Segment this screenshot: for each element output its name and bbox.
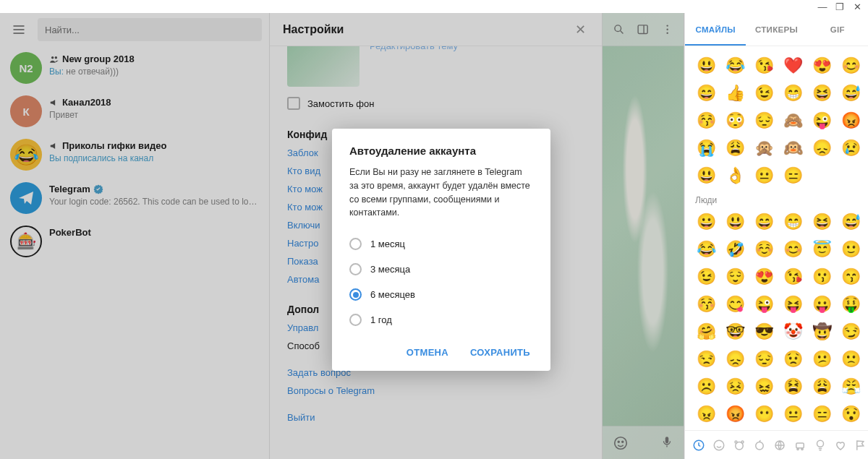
emoji[interactable]: 🙉 [780, 136, 805, 160]
emoji[interactable]: 😑 [780, 163, 805, 188]
emoji[interactable]: 😄 [752, 210, 776, 234]
emoji[interactable]: 😅 [838, 81, 863, 106]
emoji[interactable]: 😚 [694, 108, 718, 133]
close-settings-icon[interactable]: ✕ [572, 19, 589, 40]
emoji[interactable]: 😎 [752, 319, 776, 344]
emoji[interactable]: 😡 [838, 108, 863, 133]
emoji-cat-object-icon[interactable] [814, 437, 827, 453]
tile-bg-row[interactable]: Замостить фон [287, 97, 584, 110]
tile-bg-checkbox[interactable] [287, 97, 300, 110]
emoji[interactable]: 😑 [809, 402, 834, 426]
radio-option[interactable]: 3 месяца [349, 257, 533, 282]
emoji[interactable]: 👌 [723, 163, 747, 188]
emoji[interactable]: 😉 [752, 81, 776, 106]
emoji[interactable]: 😇 [809, 237, 834, 262]
faq-link[interactable]: Вопросы о Telegram [287, 385, 584, 396]
emoji[interactable]: 😝 [780, 292, 805, 317]
emoji[interactable]: ☺️ [752, 237, 776, 262]
emoji-cat-flag-icon[interactable] [854, 437, 867, 453]
radio-option[interactable]: 1 месяц [349, 231, 533, 257]
emoji[interactable]: 🙈 [780, 108, 805, 133]
emoji[interactable]: 😡 [723, 402, 747, 426]
save-button[interactable]: СОХРАНИТЬ [467, 343, 533, 362]
emoji[interactable]: 😔 [752, 347, 776, 372]
emoji[interactable]: 😠 [694, 402, 718, 426]
emoji[interactable]: ❤️ [780, 53, 805, 78]
voice-record-icon[interactable] [660, 435, 673, 451]
emoji[interactable]: 😩 [723, 136, 747, 160]
emoji[interactable]: 😄 [694, 81, 718, 106]
side-panel-icon[interactable] [637, 22, 649, 37]
emoji[interactable]: 😯 [838, 402, 863, 426]
emoji[interactable]: 😍 [752, 265, 776, 289]
emoji[interactable]: 😉 [694, 265, 718, 289]
emoji[interactable]: 😐 [752, 163, 776, 188]
radio-icon[interactable] [349, 314, 362, 326]
emoji[interactable]: 😳 [723, 108, 747, 133]
emoji-cat-recent-icon[interactable] [692, 437, 705, 453]
emoji-cat-smile-icon[interactable] [712, 437, 726, 453]
emoji-scroll[interactable]: 😃😂😘❤️😍😊😄👍😉😁😆😅😚😳😔🙈😜😡😭😩🙊🙉😞😢😃👌😐😑 Люди 😀😃😄😁😆… [685, 46, 868, 430]
emoji[interactable]: 😀 [694, 210, 718, 234]
chat-row[interactable]: N2New group 2018Вы: не отвечай))) [0, 46, 269, 90]
window-close-icon[interactable]: ✕ [852, 1, 862, 12]
emoji[interactable]: 😘 [752, 53, 776, 78]
emoji[interactable]: 😁 [780, 210, 805, 234]
emoji[interactable]: 😍 [809, 53, 834, 78]
emoji[interactable]: 😢 [838, 136, 863, 160]
emoji[interactable]: 😙 [838, 265, 863, 289]
emoji[interactable]: 😛 [809, 292, 834, 317]
emoji[interactable]: 😶 [752, 402, 776, 426]
emoji-cat-travel-icon[interactable] [793, 437, 807, 453]
radio-option[interactable]: 6 месяцев [349, 282, 533, 307]
emoji[interactable]: 😟 [780, 347, 805, 372]
emoji[interactable]: 🙊 [752, 136, 776, 160]
emoji[interactable]: 😂 [723, 53, 747, 78]
menu-icon[interactable] [7, 18, 30, 41]
emoji[interactable]: 😂 [694, 237, 718, 262]
cancel-button[interactable]: ОТМЕНА [404, 343, 451, 362]
chat-row[interactable]: ККанал2018Привет [0, 90, 269, 133]
emoji[interactable]: 😫 [780, 374, 805, 399]
emoji[interactable]: 😕 [809, 347, 834, 372]
emoji[interactable]: 😒 [694, 347, 718, 372]
emoji[interactable]: 😗 [809, 265, 834, 289]
emoji[interactable]: 😆 [809, 210, 834, 234]
emoji[interactable]: 🙁 [838, 347, 863, 372]
edit-theme-link[interactable]: Редактировать тему [370, 46, 458, 51]
emoji-cat-activity-icon[interactable] [773, 437, 786, 453]
window-maximize-icon[interactable]: ❐ [835, 1, 845, 12]
emoji[interactable]: 😞 [723, 347, 747, 372]
emoji[interactable]: 🤣 [723, 237, 747, 262]
emoji[interactable]: 🤑 [838, 292, 863, 317]
emoji[interactable]: 😐 [780, 402, 805, 426]
emoji[interactable]: 😅 [838, 210, 863, 234]
emoji[interactable]: 😃 [694, 53, 718, 78]
search-input[interactable] [45, 25, 255, 35]
radio-icon[interactable] [349, 238, 362, 250]
chat-row[interactable]: 🎰PokerBot [0, 220, 269, 263]
emoji[interactable]: 👍 [723, 81, 747, 106]
emoji[interactable]: 😊 [780, 237, 805, 262]
chat-row[interactable]: TelegramYour login code: 26562. This cod… [0, 176, 269, 220]
window-minimize-icon[interactable]: — [817, 1, 827, 12]
emoji-cat-symbol-icon[interactable] [834, 437, 847, 453]
emoji[interactable]: 😞 [809, 136, 834, 160]
emoji[interactable]: 😃 [694, 163, 718, 188]
emoji[interactable]: 🤡 [780, 319, 805, 344]
emoji[interactable]: 😏 [838, 319, 863, 344]
emoji[interactable]: 😌 [723, 265, 747, 289]
radio-option[interactable]: 1 год [349, 307, 533, 333]
radio-icon[interactable] [349, 288, 362, 301]
search-icon[interactable] [613, 22, 625, 37]
emoji[interactable]: 😃 [723, 210, 747, 234]
emoji[interactable]: 😋 [723, 292, 747, 317]
kebab-menu-icon[interactable] [661, 22, 673, 37]
wallpaper-thumbnail[interactable] [287, 46, 359, 87]
search-input-wrap[interactable] [38, 18, 262, 41]
emoji[interactable]: 😘 [780, 265, 805, 289]
emoji[interactable]: 😚 [694, 292, 718, 317]
emoji[interactable]: 🙂 [838, 237, 863, 262]
emoji[interactable]: 😩 [809, 374, 834, 399]
emoji[interactable]: 😣 [723, 374, 747, 399]
